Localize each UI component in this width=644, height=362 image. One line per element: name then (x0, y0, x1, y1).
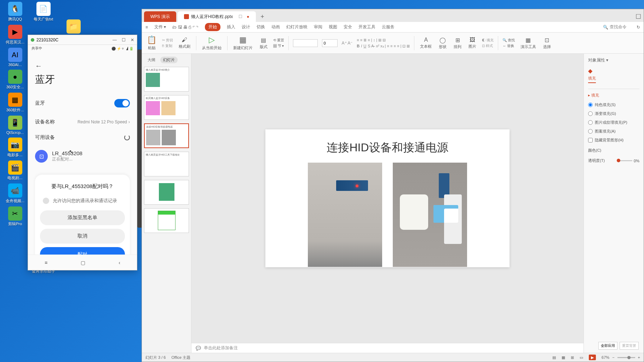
menu-dev[interactable]: 开发工具 (358, 24, 375, 30)
solid-fill-radio[interactable]: 纯色填充(S) (588, 102, 639, 107)
desktop-icon[interactable]: ▦360软件... (4, 93, 27, 113)
picture-button[interactable]: 🖼图片 (467, 37, 478, 49)
find-button[interactable]: 🔍 查找 (502, 38, 515, 43)
apply-all-button[interactable]: 全部应用 (598, 342, 617, 350)
menu-security[interactable]: 安全 (344, 24, 352, 30)
hamburger-icon[interactable]: ≡ (145, 25, 148, 30)
slide-image-1[interactable] (308, 163, 382, 267)
command-search[interactable]: 🔍 查找命令 (603, 24, 627, 30)
menu-review[interactable]: 审阅 (314, 24, 322, 30)
arrange-button[interactable]: ⊞排列 (452, 37, 463, 49)
menu-animation[interactable]: 动画 (271, 24, 280, 30)
fill-section-header[interactable]: ▸ 填充 (588, 93, 639, 98)
desktop-icon[interactable]: ✂剪辑Pro (4, 206, 27, 227)
menu-design[interactable]: 设计 (242, 24, 250, 30)
desktop-icon[interactable]: ●360安全... (4, 70, 27, 90)
slide-thumb-1[interactable]: 懒人精灵蓝牙HID简介 (144, 67, 189, 92)
bluetooth-toggle[interactable] (114, 99, 130, 107)
desktop-icon[interactable]: 📱QtScrcp... (4, 116, 27, 135)
refresh-icon[interactable] (124, 135, 130, 140)
pattern-fill-radio[interactable]: 图案填充(A) (588, 129, 639, 134)
device-list-item[interactable]: ⊡ LR_4553208 正在配对... (35, 150, 130, 163)
replace-button[interactable]: ↔ 替换 (502, 43, 515, 48)
slide-canvas[interactable]: 连接HID设备和接通电源 (191, 54, 583, 343)
menu-slideshow[interactable]: 幻灯片放映 (286, 24, 307, 30)
shape-button[interactable]: ◯形状 (437, 37, 448, 49)
document-tab[interactable]: 懒人蓝牙HID教程.pptx ☐ ● (178, 11, 256, 22)
view-normal-icon[interactable]: ▤ (552, 355, 556, 360)
permission-checkbox-row[interactable]: 允许访问您的通讯录和通话记录 (40, 198, 125, 204)
cancel-button[interactable]: 取消 (40, 229, 125, 244)
slide-thumb-4[interactable]: 懒人精灵蓝牙HID工具下载地址 (144, 152, 189, 176)
styles-btn[interactable]: ⊡ 样式 (482, 43, 494, 48)
cut-button[interactable]: ✂ 剪切 (162, 38, 173, 43)
nav-menu-button[interactable]: ≡ (45, 260, 47, 265)
menu-view[interactable]: 视图 (329, 24, 337, 30)
menu-insert[interactable]: 插入 (227, 24, 235, 30)
add-tab-button[interactable]: + (257, 11, 268, 22)
nav-back-button[interactable]: ‹ (119, 260, 120, 265)
picture-fill-radio[interactable]: 图片或纹理填充(P) (588, 120, 639, 125)
desktop-icon[interactable]: 📷电影多... (4, 138, 27, 158)
reset-button[interactable]: ⟲ 重置 (273, 38, 284, 43)
file-menu[interactable]: 文件 ▾ (154, 24, 166, 30)
current-slide[interactable]: 连接HID设备和接通电源 (265, 129, 510, 267)
play-from-current-button[interactable]: ▷从当前开始 (201, 35, 223, 51)
fill-btn[interactable]: ◐ 填充 (482, 38, 494, 43)
desktop-icon[interactable]: AI360AI... (4, 48, 27, 67)
gradient-fill-radio[interactable]: 渐变填充(G) (588, 111, 639, 116)
fill-tab[interactable]: 填充 (588, 76, 596, 83)
paste-button[interactable]: 📋粘贴 (145, 35, 158, 51)
fill-category-icon[interactable]: ◆ (588, 68, 639, 74)
phone-window-titlebar[interactable]: 22101320C — ☐ ✕ (28, 35, 137, 45)
menu-transition[interactable]: 切换 (257, 24, 265, 30)
nav-home-button[interactable]: ▢ (81, 260, 85, 265)
slide-thumb-5[interactable] (144, 180, 189, 205)
maximize-button[interactable]: ☐ (122, 37, 126, 42)
sync-icon[interactable]: ↻ (637, 25, 640, 30)
desktop-icon[interactable]: 📹金舟视频... (4, 183, 27, 204)
device-name-value[interactable]: Redmi Note 12 Pro Speed › (77, 119, 130, 124)
view-sorter-icon[interactable]: ▦ (562, 355, 565, 360)
outline-tab[interactable]: 大纲 (145, 57, 158, 63)
select-button[interactable]: ⊡选择 (542, 37, 552, 49)
notes-pane[interactable]: 💬 单击此处添加备注 (191, 343, 583, 353)
wps-brand-tab[interactable]: WPS 演示 (144, 11, 176, 22)
textbox-button[interactable]: A文本框 (419, 37, 433, 49)
slide-image-2[interactable] (393, 163, 467, 267)
desktop-icon[interactable]: 📄每天广告txt (32, 2, 55, 22)
checkbox-icon[interactable] (43, 198, 49, 204)
menu-start[interactable]: 开始 (205, 23, 220, 31)
slideshow-button[interactable]: ▶ (589, 355, 596, 360)
zoom-in-button[interactable]: + (638, 355, 640, 360)
blacklist-button[interactable]: 添加至黑名单 (40, 210, 125, 225)
toolbar-icon[interactable]: 🗁 🖫 🖶 ⎙ ↶ ↷ (172, 25, 199, 30)
font-size-input[interactable] (322, 39, 338, 47)
hide-bg-checkbox[interactable]: 隐藏背景图形(H) (588, 138, 639, 143)
view-notes-icon[interactable]: ▭ (580, 355, 583, 360)
slide-thumb-3[interactable]: 连接HID设备和接通电源 (144, 123, 189, 148)
zoom-out-button[interactable]: − (612, 355, 614, 360)
desktop-icon[interactable]: 🎬电视剧... (4, 160, 27, 181)
view-reading-icon[interactable]: ⊞ (571, 355, 574, 360)
slide-thumb-2[interactable]: 购买懒人蓝牙HID设备 (144, 95, 189, 120)
back-button[interactable]: ← (35, 62, 130, 70)
minimize-button[interactable]: — (113, 37, 117, 42)
slides-tab[interactable]: 幻灯片 (160, 57, 178, 63)
new-slide-button[interactable]: ▦新建幻灯片 (232, 35, 254, 51)
slide-title[interactable]: 连接HID设备和接通电源 (276, 140, 499, 156)
desktop-icon[interactable]: ▶何思英汉... (4, 25, 27, 45)
app-menu-button[interactable]: ☐ (633, 11, 644, 22)
pair-button[interactable]: 配对 (40, 247, 125, 255)
slide-thumb-6[interactable]: 6 (144, 208, 189, 233)
menu-cloud[interactable]: 云服务 (382, 24, 395, 30)
format-painter-button[interactable]: 🖌格式刷 (177, 37, 192, 49)
reset-bg-button[interactable]: 重置背景 (620, 342, 639, 350)
font-name-input[interactable] (293, 39, 318, 47)
close-button[interactable]: ✕ (131, 37, 134, 42)
desktop-icon[interactable]: 🐧腾讯QQ (4, 2, 27, 22)
copy-button[interactable]: ⎘ 复制 (162, 43, 173, 48)
section-button[interactable]: ▦ 节 ▾ (273, 43, 284, 48)
layout-button[interactable]: ▤版式 (258, 37, 269, 49)
zoom-level[interactable]: 67% (602, 355, 609, 360)
